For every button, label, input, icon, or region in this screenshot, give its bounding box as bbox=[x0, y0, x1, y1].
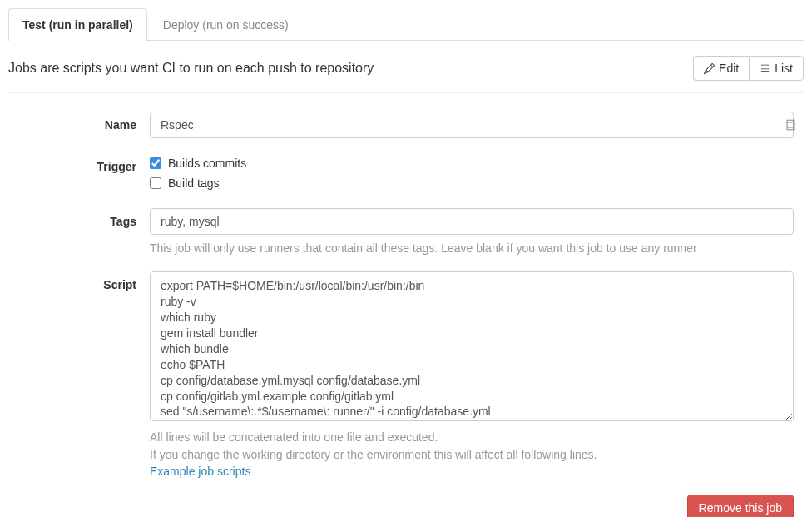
script-help-line2: If you change the working directory or t… bbox=[150, 448, 597, 461]
checkbox-builds-commits[interactable] bbox=[150, 157, 161, 169]
trigger-option-commits[interactable]: Builds commits bbox=[150, 153, 794, 173]
row-name: Name bbox=[8, 112, 804, 138]
page-header: Jobs are scripts you want CI to run on e… bbox=[8, 56, 804, 93]
tab-test[interactable]: Test (run in parallel) bbox=[8, 8, 147, 41]
script-help-line1: All lines will be concatenated into one … bbox=[150, 430, 438, 444]
edit-button-label: Edit bbox=[719, 62, 739, 75]
script-label: Script bbox=[8, 271, 150, 480]
example-scripts-link[interactable]: Example job scripts bbox=[150, 465, 250, 478]
header-actions: Edit List bbox=[693, 56, 804, 81]
script-help: All lines will be concatenated into one … bbox=[150, 429, 794, 480]
tags-help: This job will only use runners that cont… bbox=[150, 240, 794, 256]
pencil-icon bbox=[704, 63, 715, 74]
remove-job-button[interactable]: Remove this job bbox=[687, 495, 794, 517]
trigger-label: Trigger bbox=[8, 153, 150, 193]
page-description: Jobs are scripts you want CI to run on e… bbox=[8, 61, 374, 76]
list-button[interactable]: List bbox=[749, 56, 804, 81]
row-script: Script All lines will be concatenated in… bbox=[8, 271, 804, 480]
checkbox-label-commits: Builds commits bbox=[168, 157, 246, 170]
row-tags: Tags This job will only use runners that… bbox=[8, 208, 804, 256]
list-icon bbox=[760, 63, 770, 74]
tabs-bar: Test (run in parallel) Deploy (run on su… bbox=[8, 8, 804, 41]
row-trigger: Trigger Builds commits Build tags bbox=[8, 153, 804, 193]
script-textarea[interactable] bbox=[150, 271, 794, 421]
tags-input[interactable] bbox=[150, 208, 794, 235]
name-input[interactable] bbox=[150, 112, 794, 138]
tags-label: Tags bbox=[8, 208, 150, 256]
remove-row: Remove this job bbox=[8, 495, 804, 517]
trigger-option-tags[interactable]: Build tags bbox=[150, 173, 794, 193]
edit-button[interactable]: Edit bbox=[693, 56, 749, 81]
name-label: Name bbox=[8, 112, 150, 138]
checkbox-label-tags: Build tags bbox=[168, 176, 219, 190]
checkbox-build-tags[interactable] bbox=[150, 177, 161, 189]
tab-deploy[interactable]: Deploy (run on success) bbox=[149, 8, 303, 41]
list-button-label: List bbox=[775, 62, 793, 75]
